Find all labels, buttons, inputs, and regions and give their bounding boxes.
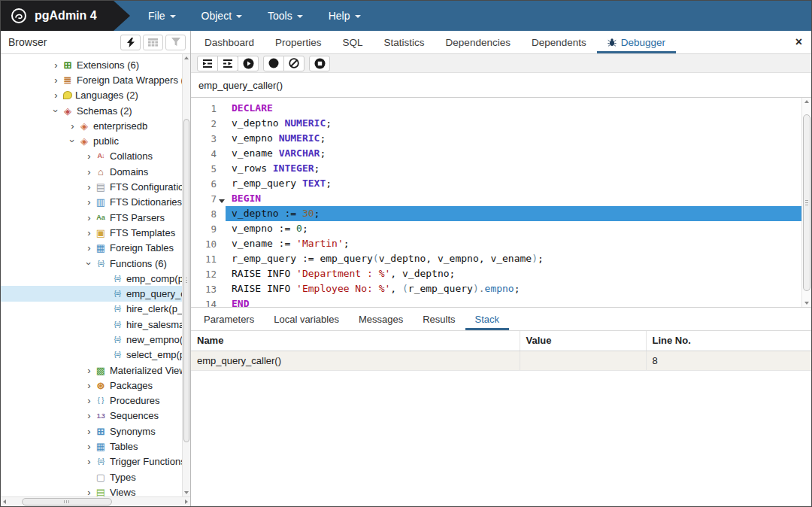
menu-object[interactable]: Object [201, 10, 242, 22]
line-number-gutter[interactable]: 14 [191, 299, 226, 308]
tree-horizontal-scrollbar[interactable] [1, 496, 190, 506]
code-line-text[interactable]: RAISE INFO 'Department : %', v_deptno; [226, 266, 811, 281]
sidebar-item-packages[interactable]: ›Packages [1, 378, 190, 393]
chevron-down-icon[interactable]: › [51, 105, 61, 117]
close-icon[interactable]: × [795, 36, 802, 48]
continue-button[interactable] [238, 56, 259, 71]
code-line-9[interactable]: 9v_empno := 0; [191, 221, 811, 236]
sidebar-item-views[interactable]: ›Views [1, 484, 190, 496]
sidebar-item-languages-2[interactable]: ›Languages (2) [1, 88, 190, 103]
menu-file[interactable]: File [148, 10, 176, 22]
chevron-right-icon[interactable]: › [50, 90, 62, 100]
sidebar-item-fts-templates[interactable]: ›FTS Templates [1, 225, 190, 240]
clear-all-breakpoints-button[interactable] [283, 56, 304, 71]
sidebar-item-synonyms[interactable]: ›Synonyms [1, 424, 190, 439]
sidebar-item-fts-dictionaries[interactable]: ›FTS Dictionaries [1, 195, 190, 210]
tab-statistics[interactable]: Statistics [374, 31, 435, 53]
chevron-right-icon[interactable]: › [83, 411, 95, 420]
chevron-right-icon[interactable]: › [83, 151, 95, 161]
chevron-right-icon[interactable]: › [83, 167, 95, 177]
toggle-breakpoint-button[interactable] [263, 56, 284, 71]
code-line-text[interactable]: v_ename VARCHAR; [226, 146, 811, 161]
tab-dependents[interactable]: Dependents [521, 31, 597, 53]
tab-stack[interactable]: Stack [465, 308, 510, 330]
code-line-2[interactable]: 2v_deptno NUMERIC; [191, 116, 811, 131]
sidebar-item-types[interactable]: ›Types [1, 469, 190, 484]
line-number-gutter[interactable]: 1 [191, 103, 226, 114]
editor-scroll-down-icon[interactable] [804, 302, 809, 305]
chevron-right-icon[interactable]: › [83, 213, 95, 223]
sidebar-item-procedures[interactable]: ›Procedures [1, 393, 190, 408]
chevron-right-icon[interactable]: › [83, 442, 95, 451]
tab-sql[interactable]: SQL [332, 31, 374, 53]
code-line-text[interactable]: v_rows INTEGER; [226, 161, 811, 176]
code-line-text[interactable]: BEGIN [226, 191, 811, 206]
sidebar-item-fts-parsers[interactable]: ›FTS Parsers [1, 210, 190, 225]
code-line-text[interactable]: r_emp_query TEXT; [226, 176, 811, 191]
chevron-right-icon[interactable]: › [83, 487, 95, 496]
menu-tools[interactable]: Tools [268, 10, 303, 22]
chevron-right-icon[interactable]: › [83, 396, 95, 405]
tab-messages[interactable]: Messages [349, 308, 413, 330]
chevron-right-icon[interactable]: › [83, 366, 95, 375]
chevron-right-icon[interactable]: › [83, 228, 95, 238]
chevron-right-icon[interactable]: › [83, 243, 95, 253]
code-line-11[interactable]: 11r_emp_query := emp_query(v_deptno, v_e… [191, 251, 811, 266]
code-line-12[interactable]: 12RAISE INFO 'Department : %', v_deptno; [191, 266, 811, 281]
fold-marker-icon[interactable] [219, 199, 225, 203]
editor-vertical-scrollbar[interactable] [801, 98, 811, 307]
scroll-right-arrow-icon[interactable] [185, 499, 188, 504]
tree-vertical-scrollbar[interactable] [182, 54, 190, 496]
code-line-7[interactable]: 7BEGIN [191, 191, 811, 206]
sidebar-item-functions-6[interactable]: ›Functions (6) [1, 256, 190, 271]
code-line-text[interactable]: r_emp_query := emp_query(v_deptno, v_emp… [226, 251, 811, 266]
stop-button[interactable] [309, 56, 330, 71]
sidebar-item-public[interactable]: ›public [1, 133, 190, 148]
code-line-8[interactable]: 8v_deptno := 30; [191, 206, 811, 221]
sidebar-item-domains[interactable]: ›Domains [1, 164, 190, 179]
step-into-button[interactable] [197, 56, 218, 71]
line-number-gutter[interactable]: 8 [191, 208, 226, 220]
code-line-3[interactable]: 3v_empno NUMERIC; [191, 131, 811, 146]
chevron-right-icon[interactable]: › [83, 457, 95, 466]
sidebar-item-materialized-views[interactable]: ›Materialized Views [1, 363, 190, 378]
chevron-down-icon[interactable]: › [68, 135, 77, 147]
code-line-5[interactable]: 5v_rows INTEGER; [191, 161, 811, 176]
line-number-gutter[interactable]: 7 [191, 193, 226, 205]
code-line-10[interactable]: 10v_ename := 'Martin'; [191, 236, 811, 251]
code-editor[interactable]: 1DECLARE2v_deptno NUMERIC;3v_empno NUMER… [191, 98, 811, 308]
chevron-right-icon[interactable]: › [83, 182, 95, 192]
sidebar-item-emp-query-cal[interactable]: ›emp_query_cal [1, 286, 190, 301]
line-number-gutter[interactable]: 12 [191, 269, 226, 280]
tab-dashboard[interactable]: Dashboard [194, 31, 265, 53]
sidebar-item-foreign-data-wrappers-2[interactable]: ›Foreign Data Wrappers (2 [1, 72, 190, 87]
code-line-text[interactable]: RAISE INFO 'Employee No: %', (r_emp_quer… [226, 281, 811, 296]
editor-scroll-up-icon[interactable] [804, 100, 809, 103]
chevron-right-icon[interactable]: › [83, 427, 95, 436]
sidebar-item-sequences[interactable]: ›Sequences [1, 408, 190, 424]
tab-results[interactable]: Results [413, 308, 465, 330]
table-row[interactable]: emp_query_caller()8 [191, 351, 811, 370]
sidebar-item-collations[interactable]: ›Collations [1, 149, 190, 164]
tab-parameters[interactable]: Parameters [194, 308, 264, 330]
scroll-left-arrow-icon[interactable] [3, 499, 6, 504]
line-number-gutter[interactable]: 4 [191, 148, 226, 159]
sidebar-item-hire-clerk-p-en[interactable]: ›hire_clerk(p_en [1, 302, 190, 317]
sidebar-item-foreign-tables[interactable]: ›Foreign Tables [1, 241, 190, 256]
sidebar-item-new-empno[interactable]: ›new_empno() [1, 332, 190, 347]
tab-dependencies[interactable]: Dependencies [435, 31, 521, 53]
code-line-text[interactable]: v_ename := 'Martin'; [226, 236, 811, 251]
chevron-right-icon[interactable]: › [83, 381, 95, 390]
scroll-down-arrow-icon[interactable] [184, 491, 189, 494]
code-line-text[interactable]: v_deptno NUMERIC; [226, 116, 811, 131]
sidebar-item-enterprisedb[interactable]: ›enterprisedb [1, 118, 190, 133]
line-number-gutter[interactable]: 6 [191, 178, 226, 190]
menu-help[interactable]: Help [329, 10, 361, 22]
scroll-up-arrow-icon[interactable] [184, 56, 189, 59]
filter-button[interactable] [165, 35, 186, 50]
current-execution-line[interactable]: v_deptno := 30; [226, 206, 811, 221]
code-line-14[interactable]: 14END [191, 296, 811, 308]
sidebar-item-extensions-6[interactable]: ›Extensions (6) [1, 57, 190, 72]
line-number-gutter[interactable]: 10 [191, 238, 226, 250]
sidebar-item-fts-configurations[interactable]: ›FTS Configurations [1, 179, 190, 194]
